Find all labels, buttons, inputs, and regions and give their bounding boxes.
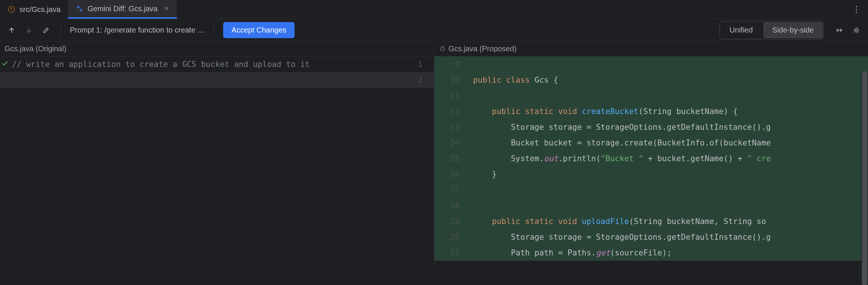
tab-file[interactable]: src/Gcs.java [0, 0, 68, 19]
code-line: Storage storage = StorageOptions.getDefa… [473, 229, 868, 245]
line-number: 10 [440, 72, 467, 88]
line-number: 9 [440, 56, 467, 72]
left-pane-title: Gcs.java (Original) [4, 45, 67, 53]
right-pane-title: Gcs.java (Proposed) [449, 45, 517, 53]
line-number: 19 [440, 214, 467, 229]
gear-icon[interactable] [851, 25, 862, 36]
line-number: 12 [440, 104, 467, 119]
edit-icon[interactable] [40, 25, 52, 36]
prompt-label: Prompt 1: /generate function to create … [70, 26, 205, 34]
tab-diff[interactable]: Gemini Diff: Gcs.java ✕ [68, 0, 176, 19]
more-vertical-icon[interactable]: ⋮ [845, 4, 868, 14]
arrow-down-icon[interactable] [23, 25, 34, 36]
line-number: 17 [440, 182, 467, 198]
line-number: 16 [440, 166, 467, 182]
code-line: public class Gcs { [473, 72, 868, 88]
check-icon [1, 56, 8, 72]
left-pane-header: Gcs.java (Original) [0, 42, 433, 56]
close-icon[interactable]: ✕ [164, 4, 169, 13]
code-line: // write an application to create a GCS … [10, 56, 406, 72]
arrow-up-icon[interactable] [6, 25, 17, 36]
line-number: 2 [406, 72, 429, 88]
collapse-icon[interactable] [834, 25, 845, 36]
unified-button[interactable]: Unified [721, 23, 761, 37]
proposed-pane[interactable]: 9 10public class Gcs { 11 12 public stat… [434, 56, 868, 285]
java-file-icon [7, 5, 16, 13]
side-by-side-button[interactable]: Side-by-side [764, 22, 822, 38]
diff-icon [76, 4, 84, 13]
line-number: 15 [440, 151, 467, 166]
line-number: 13 [440, 119, 467, 135]
view-mode-toggle: Unified Side-by-side [720, 21, 824, 39]
line-number: 18 [440, 198, 467, 214]
code-line: } [473, 166, 868, 182]
code-line: public static void createBucket(String b… [473, 104, 868, 119]
right-pane-header: Gcs.java (Proposed) [433, 42, 868, 56]
original-pane[interactable]: // write an application to create a GCS … [0, 56, 434, 285]
scrollbar[interactable] [861, 71, 868, 285]
line-number: 14 [440, 135, 467, 151]
accept-changes-button[interactable]: Accept Changes [223, 22, 295, 38]
lock-icon [440, 45, 446, 53]
code-line: Bucket bucket = storage.create(BucketInf… [473, 135, 868, 151]
code-line: Path path = Paths.get(sourceFile); [473, 245, 868, 261]
tab-file-label: src/Gcs.java [19, 5, 61, 14]
line-number: 21 [440, 245, 467, 261]
code-line: System.out.println("Bucket " + bucket.ge… [473, 151, 868, 166]
line-number: 20 [440, 229, 467, 245]
tab-diff-label: Gemini Diff: Gcs.java [87, 4, 157, 13]
code-line: Storage storage = StorageOptions.getDefa… [473, 119, 868, 135]
line-number: 11 [440, 88, 467, 104]
code-line: public static void uploadFile(String buc… [473, 214, 868, 229]
svg-rect-2 [441, 48, 444, 50]
svg-point-1 [855, 29, 858, 31]
line-number: 1 [406, 56, 429, 72]
